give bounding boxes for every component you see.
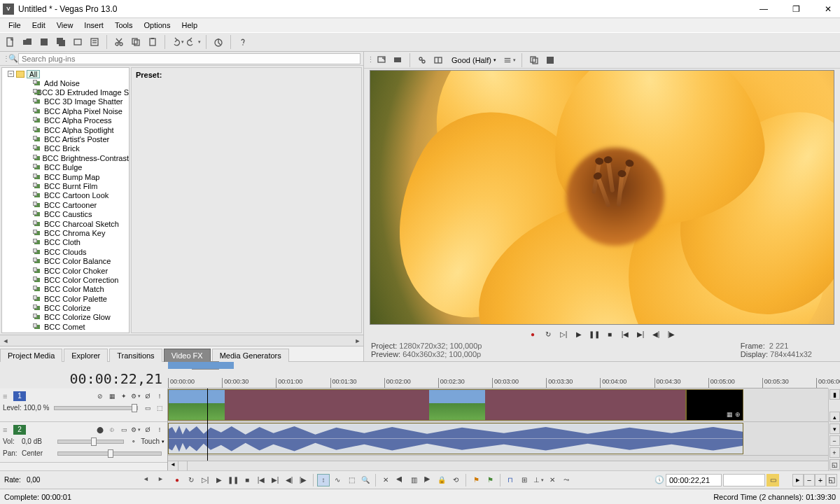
fx-hscroll[interactable]: ◄► [0, 335, 363, 346]
fx-item[interactable]: BCC 3D Extruded Image S [5, 88, 129, 97]
auto-crossfade-button[interactable]: ⤳ [560, 474, 573, 486]
envelope-tool[interactable]: ∿ [331, 474, 344, 486]
go-start-button[interactable]: |◀ [620, 328, 631, 340]
close-button[interactable]: ✕ [819, 2, 837, 16]
timeline-body[interactable]: ▦ ⊕ ◄ [168, 388, 828, 470]
fx-item[interactable]: BCC Color Choker [5, 266, 129, 275]
fx-item[interactable]: BCC Alpha Pixel Noise [5, 106, 129, 115]
region-marker[interactable]: -38,96 [192, 362, 219, 369]
split-button[interactable]: ▥ [407, 474, 420, 486]
invert-phase-icon[interactable]: ⦶ [107, 425, 117, 435]
tl-play-button[interactable]: ▶ [213, 474, 225, 486]
video-clip-1[interactable] [168, 389, 686, 421]
menu-file[interactable]: File [3, 20, 27, 31]
selection-start[interactable] [723, 474, 765, 486]
solo-icon[interactable]: ! [155, 425, 164, 435]
tl-play-start-button[interactable]: ▷| [199, 474, 211, 486]
audio-track-header[interactable]: ≡ 2 ⬤ ⦶ ▭ ⚙ Ø ! Vol: 0,0 dB ⚬ Touch ▾ [0, 422, 167, 463]
menu-help[interactable]: Help [176, 20, 203, 31]
trim-end-button[interactable]: ⯈ [421, 474, 434, 486]
tl-loop-button[interactable]: ↻ [185, 474, 197, 486]
vscroll-up-icon[interactable]: ▴ [830, 412, 840, 422]
panel-drag-handle[interactable]: ⋮ [3, 55, 8, 62]
mute-icon[interactable]: Ø [143, 425, 153, 435]
timeline-vscroll[interactable]: ▮ ▴ ▾ − + ◱ [828, 388, 840, 470]
snap-button[interactable]: ⊓ [504, 474, 517, 486]
vscroll-marker-icon[interactable]: ▮ [830, 389, 840, 400]
fx-item[interactable]: BCC Colorize Glow [5, 313, 129, 322]
touch-button[interactable] [211, 34, 226, 50]
menu-tools[interactable]: Tools [109, 20, 139, 31]
bypass-fx-icon[interactable]: ⊘ [95, 391, 105, 401]
tl-record-button[interactable]: ● [171, 474, 183, 486]
vol-slider[interactable] [57, 440, 124, 444]
parent-icon[interactable]: ⬚ [155, 403, 164, 413]
video-clip-2[interactable]: ▦ ⊕ [686, 389, 743, 421]
selection-mode-icon[interactable]: ▭ [766, 474, 779, 486]
track-fx-icon[interactable]: ✦ [119, 391, 129, 401]
automation-icon[interactable]: ⚙ [131, 391, 141, 401]
fx-item[interactable]: BCC Colorize [5, 303, 129, 312]
panel-tab[interactable]: Video FX [164, 349, 211, 362]
fx-item[interactable]: BCC Cartooner [5, 200, 129, 209]
search-input[interactable] [18, 53, 360, 64]
fx-item[interactable]: BCC Brightness-Contrast [5, 153, 129, 162]
save-button[interactable] [36, 34, 52, 50]
timeline-ruler[interactable]: -38,96 00:00:0000:00:3000:01:0000:01:300… [168, 362, 828, 388]
fx-item[interactable]: BCC Brick [5, 144, 129, 153]
delete-button[interactable]: ✕ [379, 474, 392, 486]
fx-item[interactable]: BCC Bump Map [5, 172, 129, 181]
fx-item[interactable]: BCC Bulge [5, 163, 129, 172]
maximize-button[interactable]: ❐ [787, 2, 805, 16]
properties-button[interactable] [87, 34, 102, 50]
cut-button[interactable] [111, 34, 127, 50]
solo-icon[interactable]: ! [155, 391, 164, 401]
mute-icon[interactable]: Ø [143, 391, 153, 401]
stop-button[interactable]: ■ [604, 328, 615, 340]
touch-icon[interactable]: ⚬ [129, 437, 139, 447]
open-button[interactable] [20, 34, 35, 50]
playhead[interactable] [207, 388, 208, 470]
fx-item[interactable]: BCC Comet [5, 322, 129, 331]
fx-item[interactable]: BCC Burnt Film [5, 181, 129, 190]
pan-slider[interactable] [57, 451, 162, 456]
loop-button[interactable]: ↻ [542, 328, 554, 340]
copy-snapshot-button[interactable] [527, 53, 541, 67]
timecode-value[interactable]: 00:00:22,21 [70, 370, 162, 387]
fx-item[interactable]: BCC Caustics [5, 209, 129, 218]
menu-edit[interactable]: Edit [27, 20, 51, 31]
timeline-hscroll[interactable]: ◄ [168, 461, 828, 470]
save-snapshot-button[interactable] [543, 53, 557, 67]
panel-tab[interactable]: Media Generators [212, 349, 289, 362]
fx-item[interactable]: BCC Chroma Key [5, 228, 129, 237]
fx-item[interactable]: BCC Alpha Process [5, 116, 129, 125]
vzoom-fit-icon[interactable]: ◱ [830, 459, 840, 470]
copy-button[interactable] [128, 34, 144, 50]
tl-stop-button[interactable]: ■ [241, 474, 253, 486]
next-frame-button[interactable]: |▶ [666, 328, 677, 340]
vzoom-out-icon[interactable]: − [830, 435, 840, 446]
track-motion-icon[interactable]: ▦ [107, 391, 117, 401]
fx-item[interactable]: BCC Composite Choker [5, 332, 129, 333]
tl-prev-frame-button[interactable]: ◀| [283, 474, 295, 486]
fx-item[interactable]: BCC Cartoon Look [5, 191, 129, 200]
track-fx-icon[interactable]: ▭ [119, 425, 129, 435]
fx-item[interactable]: BCC Color Match [5, 285, 129, 294]
video-track-header[interactable]: ≡ 1 ⊘ ▦ ✦ ⚙ Ø ! Level: 100,0 % ▭ ⬚ [0, 388, 167, 422]
go-end-button[interactable]: ▶| [635, 328, 646, 340]
fx-item[interactable]: BCC Clouds [5, 247, 129, 256]
panel-tab[interactable]: Transitions [109, 349, 162, 362]
vzoom-in-icon[interactable]: + [830, 447, 840, 458]
hzoom-out-icon[interactable]: − [804, 474, 815, 486]
preview-quality-dropdown[interactable]: Good (Half) [447, 53, 500, 67]
cursor-position[interactable]: 00:00:22,21 [666, 474, 722, 486]
new-button[interactable] [3, 34, 18, 50]
selection-tool[interactable]: ⬚ [345, 474, 358, 486]
automation-icon[interactable]: ⚙ [131, 425, 141, 435]
snap-grid-button[interactable]: ⊞ [518, 474, 531, 486]
fx-tree[interactable]: − All Add NoiseBCC 3D Extruded Image SBC… [1, 67, 130, 333]
zoom-tool[interactable]: 🔍 [359, 474, 372, 486]
fx-item[interactable]: Add Noise [5, 78, 129, 88]
clip-fx-icon[interactable]: ▦ ⊕ [727, 411, 741, 418]
fx-item[interactable]: BCC Alpha Spotlight [5, 125, 129, 134]
